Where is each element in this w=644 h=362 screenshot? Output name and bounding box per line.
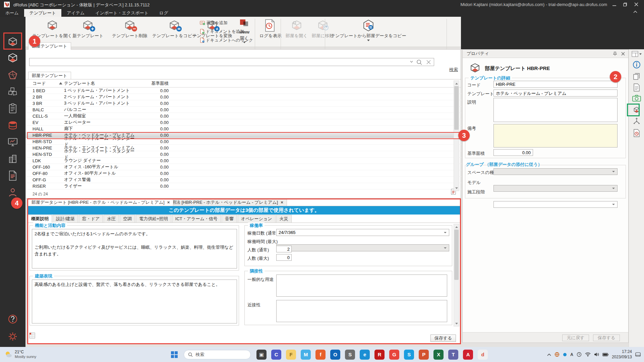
table-row[interactable]: OFF-160 オフィス -160平方メートル 0.00 bbox=[26, 164, 461, 170]
maximize-button[interactable] bbox=[621, 1, 629, 8]
datasheet-subtab[interactable]: 火災 bbox=[276, 215, 292, 223]
datasheet-subtab[interactable]: 概要説明 bbox=[28, 215, 52, 223]
clear-search-icon[interactable] bbox=[426, 60, 431, 65]
table-row[interactable]: EV エレベーター 0.00 bbox=[26, 119, 461, 126]
clock-icon[interactable] bbox=[577, 352, 582, 357]
taskbar-app-icon[interactable]: G bbox=[389, 350, 399, 360]
menu-tab[interactable]: アイテム bbox=[61, 9, 90, 17]
general-use-textarea[interactable] bbox=[276, 275, 447, 297]
datasheet-subtab[interactable]: 水圧 bbox=[104, 215, 119, 223]
notes-textarea[interactable] bbox=[493, 124, 618, 147]
www-open-button[interactable]: www 開く bbox=[237, 18, 252, 44]
search-input[interactable] bbox=[29, 58, 434, 66]
layout-selector-icon[interactable] bbox=[632, 51, 642, 57]
column-header-code[interactable]: コード bbox=[26, 80, 57, 86]
people-max-input[interactable]: 0 bbox=[276, 254, 292, 261]
sidebar-monitor-icon[interactable] bbox=[5, 135, 20, 149]
datasheet-subtab[interactable]: 窓・ドア bbox=[79, 215, 103, 223]
datasheet-subtab[interactable]: 空調 bbox=[120, 215, 135, 223]
weather-icon[interactable] bbox=[4, 350, 13, 359]
close-tab-icon[interactable]: × bbox=[281, 200, 283, 205]
datasheet-subtab[interactable]: 設計/建築 bbox=[53, 215, 78, 223]
proximity-textarea[interactable] bbox=[276, 300, 447, 322]
sidebar-item-groups-icon[interactable] bbox=[5, 84, 20, 99]
battery-icon[interactable] bbox=[602, 353, 608, 356]
datasheet-subtab[interactable]: ICT・アラーム・信号 bbox=[172, 215, 221, 223]
cube-panel-icon[interactable] bbox=[633, 106, 641, 114]
taskbar-app-icon[interactable]: f bbox=[315, 350, 326, 360]
volume-icon[interactable] bbox=[594, 352, 599, 357]
table-row[interactable]: 1 BED 1 ベッドルーム・アパートメント 0.00 bbox=[26, 87, 461, 94]
taskbar-app-icon[interactable]: F bbox=[286, 350, 296, 360]
datasheet-subtab[interactable]: オペレーション bbox=[238, 215, 276, 223]
scrollbar-thumb[interactable] bbox=[454, 230, 459, 280]
operating-hours-select[interactable] bbox=[276, 244, 449, 251]
search-combo-chevron-icon[interactable] bbox=[410, 61, 413, 63]
template-name-input[interactable]: ホテル・ベッドルーム - プレミアム bbox=[493, 89, 618, 97]
axes-panel-icon[interactable] bbox=[633, 117, 641, 125]
function-textarea[interactable]: 2名様までご宿泊いただける1ベッドルームのホテルです。 ご利用いただけるアクティ… bbox=[32, 229, 237, 268]
close-panel-icon[interactable] bbox=[621, 52, 625, 56]
taskbar-app-icon[interactable]: ▣ bbox=[256, 350, 267, 360]
ribbon-collapse-icon[interactable] bbox=[633, 10, 638, 14]
people-normal-input[interactable]: 2 bbox=[276, 246, 292, 252]
taskbar-app-icon[interactable]: O bbox=[330, 350, 340, 360]
taskbar-app-icon[interactable]: P bbox=[419, 350, 429, 360]
datasheet-scrollbar[interactable] bbox=[454, 224, 459, 326]
taskbar-app-icon[interactable]: A bbox=[463, 350, 473, 360]
table-row[interactable]: 3 BR 3 ベッドルーム・アパートメント 0.00 bbox=[26, 100, 461, 107]
wifi-icon[interactable] bbox=[585, 352, 591, 357]
taskbar-app-icon[interactable]: d bbox=[478, 350, 488, 360]
globe-icon[interactable] bbox=[554, 352, 560, 357]
new-template-button[interactable]: 新テンプレート bbox=[70, 18, 106, 44]
taskbar-app-icon[interactable]: S bbox=[345, 350, 355, 360]
table-row[interactable]: 2 BR 2 ベッドルーム・アパートメント 0.00 bbox=[26, 94, 461, 100]
datasheet-save-button[interactable]: 保存する bbox=[430, 335, 456, 342]
taskbar-app-icon[interactable]: C bbox=[271, 350, 281, 360]
history-panel-icon[interactable] bbox=[633, 129, 640, 137]
scrollbar-thumb[interactable] bbox=[454, 86, 459, 130]
taskbar-app-icon[interactable]: X bbox=[433, 350, 444, 360]
sidebar-building-icon[interactable] bbox=[5, 152, 20, 166]
table-row[interactable]: HALL 廊下 0.00 bbox=[26, 126, 461, 132]
close-tab-icon[interactable]: × bbox=[167, 200, 170, 205]
minimize-button[interactable] bbox=[610, 1, 618, 8]
info-icon[interactable] bbox=[633, 61, 641, 69]
menu-tab[interactable]: テンプレート bbox=[24, 9, 62, 17]
taskbar-app-icon[interactable]: e bbox=[360, 350, 370, 360]
add-image-button[interactable]: 画像を追加 bbox=[200, 19, 228, 26]
menu-tab[interactable]: インポート・エクスポート bbox=[90, 9, 154, 17]
sidebar-settings-icon[interactable] bbox=[5, 329, 20, 344]
sidebar-help-icon[interactable] bbox=[5, 312, 20, 326]
datasheet-subtab[interactable]: 音響 bbox=[222, 215, 237, 223]
column-header-area[interactable]: 基準面積 bbox=[136, 80, 169, 86]
sidebar-items-icon[interactable] bbox=[5, 68, 20, 82]
clock-area[interactable]: 17:24 2023/09/13 bbox=[612, 349, 632, 360]
datasheet-grid-icon[interactable] bbox=[29, 333, 35, 339]
sort-asc-icon[interactable] bbox=[57, 82, 64, 84]
search-icon[interactable] bbox=[416, 59, 422, 65]
sidebar-room-templates-icon[interactable] bbox=[5, 51, 20, 65]
table-row[interactable]: OFF-G オフィス警備 0.00 bbox=[26, 177, 461, 183]
tray-expand-icon[interactable] bbox=[547, 353, 551, 356]
scroll-up-icon[interactable] bbox=[454, 224, 459, 229]
weather-info[interactable]: 21°C Mostly sunny bbox=[15, 350, 36, 359]
datasheet-subtab[interactable]: 電力供給+照明 bbox=[136, 215, 171, 223]
properties-save-button[interactable]: 保存する bbox=[593, 335, 620, 341]
table-tab-room-template[interactable]: 部屋テンプレート bbox=[28, 72, 71, 79]
table-row[interactable]: HBR-STD ホテル・ベッドルーム - スタンダード 0.00 bbox=[26, 138, 461, 145]
menu-tab[interactable]: ホーム bbox=[0, 9, 24, 17]
pin-icon[interactable] bbox=[613, 52, 617, 56]
model-select[interactable] bbox=[493, 185, 618, 192]
delete-template-button[interactable]: テンプレート削除 bbox=[110, 18, 150, 44]
area-input[interactable]: 0.00 bbox=[493, 149, 533, 156]
sidebar-database-icon[interactable] bbox=[5, 118, 20, 133]
show-log-button[interactable]: ログを表示 bbox=[257, 18, 284, 44]
taskbar-search-box[interactable]: 検索 bbox=[184, 350, 251, 359]
table-row[interactable]: BALC バルコニー 0.00 bbox=[26, 107, 461, 113]
sidebar-report-icon[interactable] bbox=[5, 168, 20, 183]
sidebar-checklist-icon[interactable] bbox=[5, 101, 20, 116]
table-row[interactable]: CELL-S 一人用個室 0.00 bbox=[26, 113, 461, 119]
close-button[interactable] bbox=[633, 1, 640, 8]
operating-days-select[interactable]: 24/7/365 bbox=[276, 229, 449, 236]
